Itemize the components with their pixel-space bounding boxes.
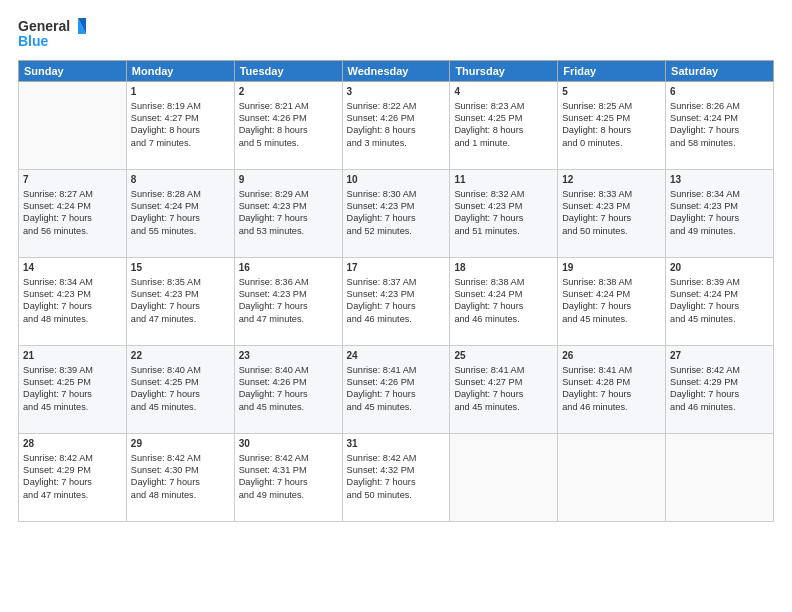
calendar-cell: 10Sunrise: 8:30 AMSunset: 4:23 PMDayligh… [342,170,450,258]
calendar-cell: 17Sunrise: 8:37 AMSunset: 4:23 PMDayligh… [342,258,450,346]
calendar-week-row: 28Sunrise: 8:42 AMSunset: 4:29 PMDayligh… [19,434,774,522]
day-number: 8 [131,173,230,187]
calendar-cell: 2Sunrise: 8:21 AMSunset: 4:26 PMDaylight… [234,82,342,170]
day-number: 27 [670,349,769,363]
col-header-wednesday: Wednesday [342,61,450,82]
day-number: 1 [131,85,230,99]
calendar-cell [450,434,558,522]
day-number: 5 [562,85,661,99]
col-header-tuesday: Tuesday [234,61,342,82]
calendar-cell: 22Sunrise: 8:40 AMSunset: 4:25 PMDayligh… [126,346,234,434]
calendar-cell: 27Sunrise: 8:42 AMSunset: 4:29 PMDayligh… [666,346,774,434]
calendar-cell: 12Sunrise: 8:33 AMSunset: 4:23 PMDayligh… [558,170,666,258]
day-number: 28 [23,437,122,451]
calendar-cell: 9Sunrise: 8:29 AMSunset: 4:23 PMDaylight… [234,170,342,258]
day-number: 26 [562,349,661,363]
day-number: 4 [454,85,553,99]
calendar-cell [19,82,127,170]
day-number: 7 [23,173,122,187]
day-number: 30 [239,437,338,451]
calendar-cell: 4Sunrise: 8:23 AMSunset: 4:25 PMDaylight… [450,82,558,170]
col-header-thursday: Thursday [450,61,558,82]
calendar-cell: 30Sunrise: 8:42 AMSunset: 4:31 PMDayligh… [234,434,342,522]
calendar-cell [558,434,666,522]
day-number: 24 [347,349,446,363]
calendar-cell: 16Sunrise: 8:36 AMSunset: 4:23 PMDayligh… [234,258,342,346]
day-number: 20 [670,261,769,275]
day-number: 17 [347,261,446,275]
calendar-cell: 20Sunrise: 8:39 AMSunset: 4:24 PMDayligh… [666,258,774,346]
calendar-cell: 1Sunrise: 8:19 AMSunset: 4:27 PMDaylight… [126,82,234,170]
calendar-week-row: 14Sunrise: 8:34 AMSunset: 4:23 PMDayligh… [19,258,774,346]
day-number: 9 [239,173,338,187]
calendar-cell: 25Sunrise: 8:41 AMSunset: 4:27 PMDayligh… [450,346,558,434]
day-number: 14 [23,261,122,275]
day-number: 21 [23,349,122,363]
page-header: GeneralBlue [18,16,774,52]
calendar-cell: 23Sunrise: 8:40 AMSunset: 4:26 PMDayligh… [234,346,342,434]
calendar-cell: 8Sunrise: 8:28 AMSunset: 4:24 PMDaylight… [126,170,234,258]
svg-text:Blue: Blue [18,33,49,49]
calendar-cell: 24Sunrise: 8:41 AMSunset: 4:26 PMDayligh… [342,346,450,434]
col-header-monday: Monday [126,61,234,82]
day-number: 31 [347,437,446,451]
logo: GeneralBlue [18,16,88,52]
day-number: 19 [562,261,661,275]
day-number: 16 [239,261,338,275]
logo-svg: GeneralBlue [18,16,88,52]
calendar-cell: 21Sunrise: 8:39 AMSunset: 4:25 PMDayligh… [19,346,127,434]
day-number: 23 [239,349,338,363]
calendar-cell: 31Sunrise: 8:42 AMSunset: 4:32 PMDayligh… [342,434,450,522]
day-number: 2 [239,85,338,99]
col-header-saturday: Saturday [666,61,774,82]
calendar-week-row: 1Sunrise: 8:19 AMSunset: 4:27 PMDaylight… [19,82,774,170]
calendar-cell: 14Sunrise: 8:34 AMSunset: 4:23 PMDayligh… [19,258,127,346]
col-header-sunday: Sunday [19,61,127,82]
calendar-cell: 29Sunrise: 8:42 AMSunset: 4:30 PMDayligh… [126,434,234,522]
calendar-cell: 5Sunrise: 8:25 AMSunset: 4:25 PMDaylight… [558,82,666,170]
day-number: 18 [454,261,553,275]
day-number: 6 [670,85,769,99]
day-number: 11 [454,173,553,187]
day-number: 13 [670,173,769,187]
calendar-week-row: 7Sunrise: 8:27 AMSunset: 4:24 PMDaylight… [19,170,774,258]
day-number: 3 [347,85,446,99]
calendar-week-row: 21Sunrise: 8:39 AMSunset: 4:25 PMDayligh… [19,346,774,434]
svg-text:General: General [18,18,70,34]
day-number: 15 [131,261,230,275]
calendar-header-row: SundayMondayTuesdayWednesdayThursdayFrid… [19,61,774,82]
calendar-cell: 28Sunrise: 8:42 AMSunset: 4:29 PMDayligh… [19,434,127,522]
calendar-cell: 11Sunrise: 8:32 AMSunset: 4:23 PMDayligh… [450,170,558,258]
calendar-cell: 3Sunrise: 8:22 AMSunset: 4:26 PMDaylight… [342,82,450,170]
calendar-cell: 13Sunrise: 8:34 AMSunset: 4:23 PMDayligh… [666,170,774,258]
calendar-cell: 6Sunrise: 8:26 AMSunset: 4:24 PMDaylight… [666,82,774,170]
calendar-cell: 18Sunrise: 8:38 AMSunset: 4:24 PMDayligh… [450,258,558,346]
day-number: 22 [131,349,230,363]
day-number: 10 [347,173,446,187]
calendar-cell: 15Sunrise: 8:35 AMSunset: 4:23 PMDayligh… [126,258,234,346]
calendar-table: SundayMondayTuesdayWednesdayThursdayFrid… [18,60,774,522]
day-number: 12 [562,173,661,187]
calendar-cell: 7Sunrise: 8:27 AMSunset: 4:24 PMDaylight… [19,170,127,258]
calendar-cell: 19Sunrise: 8:38 AMSunset: 4:24 PMDayligh… [558,258,666,346]
calendar-cell [666,434,774,522]
col-header-friday: Friday [558,61,666,82]
day-number: 25 [454,349,553,363]
calendar-cell: 26Sunrise: 8:41 AMSunset: 4:28 PMDayligh… [558,346,666,434]
day-number: 29 [131,437,230,451]
